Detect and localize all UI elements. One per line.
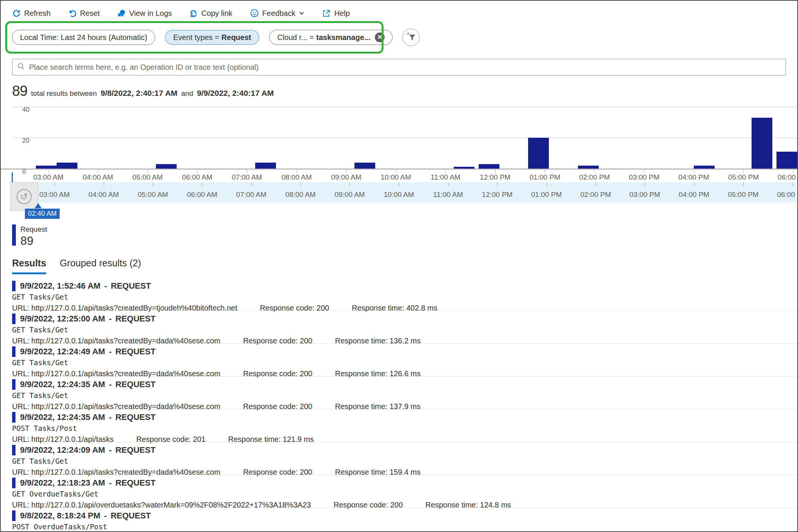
brush-band[interactable]: 03:00 AM04:00 AM05:00 AM06:00 AM07:00 AM… (38, 182, 796, 203)
brush-label: 05:00 AM (138, 191, 168, 199)
result-accent-bar (12, 379, 15, 390)
time-range-filter-pill[interactable]: Local Time: Last 24 hours (Automatic) (12, 30, 155, 45)
brush-reset-button[interactable]: ↺ (10, 182, 38, 211)
smiley-icon (250, 9, 259, 18)
logs-icon (117, 9, 126, 18)
result-url: URL: http://127.0.0.1/api/tasks (12, 435, 114, 444)
result-response-time: Response time: 137.9 ms (335, 402, 421, 411)
tab-grouped-results[interactable]: Grouped results (2) (60, 258, 141, 274)
x-axis-tick (346, 169, 347, 173)
x-axis-tick (445, 169, 446, 173)
copy-link-button[interactable]: Copy link (189, 9, 232, 18)
chart-bar[interactable] (578, 166, 599, 169)
brush-marker-label: 02:40 AM (25, 209, 60, 219)
brush-label: 12:00 PM (482, 191, 513, 199)
result-item[interactable]: 9/9/2022, 12:24:35 AM - REQUEST POST Tas… (12, 409, 797, 442)
brush-label: 07:00 AM (236, 191, 267, 199)
refresh-label: Refresh (24, 9, 51, 18)
chart-bar[interactable] (528, 138, 549, 169)
chart-legend: Request 89 (12, 224, 797, 248)
x-axis-tick (595, 169, 595, 173)
result-operation: POST OverdueTasks/Post (12, 523, 797, 531)
chart-bar[interactable] (255, 163, 276, 169)
brush-tick (743, 182, 744, 186)
refresh-button[interactable]: Refresh (12, 9, 51, 18)
result-operation: GET Tasks/Get (12, 358, 797, 367)
chart-bar[interactable] (752, 118, 772, 169)
brush-tick (202, 182, 202, 186)
brush-label: 04:00 PM (679, 191, 709, 199)
result-item[interactable]: 9/9/2022, 12:24:49 AM - REQUEST GET Task… (12, 344, 797, 377)
remove-filter-icon[interactable]: ✕ (375, 32, 385, 42)
chart-bar[interactable] (694, 166, 715, 169)
event-types-filter-pill[interactable]: Event types = Request (165, 30, 260, 45)
result-event-type: REQUEST (116, 412, 156, 422)
event-types-filter-prefix: Event types = (173, 33, 219, 42)
add-filter-button[interactable]: + (402, 29, 420, 46)
chart-bar[interactable] (454, 167, 474, 169)
y-tick-20: 20 (22, 137, 29, 145)
result-operation: GET Tasks/Get (12, 457, 797, 465)
summary-between-text: total results between (31, 89, 97, 98)
x-axis-label: 01:00 PM (530, 173, 560, 181)
result-url: URL: http://127.0.0.1/api/overduetasks?w… (12, 501, 311, 509)
add-filter-funnel-icon: + (405, 31, 417, 44)
x-axis-label: 05:00 PM (728, 173, 759, 181)
result-item[interactable]: 9/9/2022, 1:52:46 AM - REQUEST GET Tasks… (12, 278, 797, 311)
results-bar-chart: 40 20 0 03:00 AM04:00 AM05:00 AM06:00 AM… (1, 101, 797, 181)
chart-bar[interactable] (36, 166, 57, 169)
brush-label: 02:00 PM (580, 191, 611, 199)
view-in-logs-button[interactable]: View in Logs (117, 9, 172, 18)
tab-results[interactable]: Results (12, 258, 46, 274)
cloud-role-filter-prefix: Cloud r... = (277, 33, 314, 42)
result-item[interactable]: 9/9/2022, 12:24:09 AM - REQUEST GET Task… (12, 442, 797, 475)
result-item[interactable]: 9/9/2022, 12:24:35 AM - REQUEST GET Task… (12, 377, 797, 409)
brush-label: 10:00 AM (384, 191, 414, 199)
x-axis-label: 04:00 PM (678, 173, 709, 181)
result-item[interactable]: 9/8/2022, 8:18:24 PM - REQUEST POST Over… (12, 508, 797, 532)
legend-series-name: Request (20, 225, 47, 234)
help-button[interactable]: Help (322, 9, 350, 18)
result-response-time: Response time: 126.6 ms (335, 369, 421, 378)
brush-tick (645, 182, 645, 186)
x-axis-label: 03:00 PM (629, 173, 659, 181)
result-separator: - (104, 511, 107, 521)
result-response-code: Response code: 200 (243, 369, 312, 378)
x-axis-label: 09:00 AM (331, 173, 361, 181)
reset-label: Reset (80, 9, 100, 18)
result-operation: GET Tasks/Get (12, 391, 797, 400)
brush-marker-icon[interactable] (35, 203, 42, 208)
result-operation: GET Tasks/Get (12, 326, 797, 334)
brush-label: 06:00 AM (187, 191, 217, 199)
brush-label: 04:00 AM (89, 191, 119, 199)
brush-label: 05:00 PM (728, 191, 758, 199)
result-url: URL: http://127.0.0.1/api/tasks?createdB… (12, 337, 220, 345)
chart-bar[interactable] (354, 163, 375, 169)
result-separator: - (109, 478, 111, 488)
search-input[interactable] (29, 63, 781, 72)
result-accent-bar (12, 281, 15, 291)
result-item[interactable]: 9/9/2022, 12:18:23 AM - REQUEST GET Over… (12, 475, 797, 508)
brush-tick (153, 182, 153, 186)
transaction-search-page: Refresh Reset View in Logs Copy link Fee… (0, 0, 798, 532)
chevron-down-icon (299, 10, 305, 16)
brush-tick (251, 182, 252, 186)
chart-bar[interactable] (156, 164, 177, 169)
result-response-code: Response code: 200 (243, 468, 312, 477)
chart-bar[interactable] (479, 164, 499, 169)
result-timestamp: 9/9/2022, 1:52:46 AM (20, 281, 100, 291)
result-separator: - (109, 412, 111, 422)
search-box[interactable] (12, 59, 786, 75)
brush-label: 09:00 AM (334, 191, 365, 199)
chart-bar[interactable] (57, 163, 77, 169)
reset-button[interactable]: Reset (68, 9, 100, 18)
feedback-button[interactable]: Feedback (250, 9, 305, 18)
brush-tick (694, 182, 695, 186)
result-item[interactable]: 9/9/2022, 12:25:00 AM - REQUEST GET Task… (12, 311, 797, 344)
cloud-role-filter-value: tasksmanage... (316, 33, 370, 42)
x-axis-label: 03:00 AM (33, 173, 63, 181)
result-timestamp: 9/9/2022, 12:25:00 AM (20, 314, 105, 324)
cloud-role-filter-pill[interactable]: Cloud r... = tasksmanage... ✕ (269, 30, 393, 45)
chart-bar[interactable] (776, 152, 797, 169)
result-event-type: REQUEST (111, 511, 151, 521)
